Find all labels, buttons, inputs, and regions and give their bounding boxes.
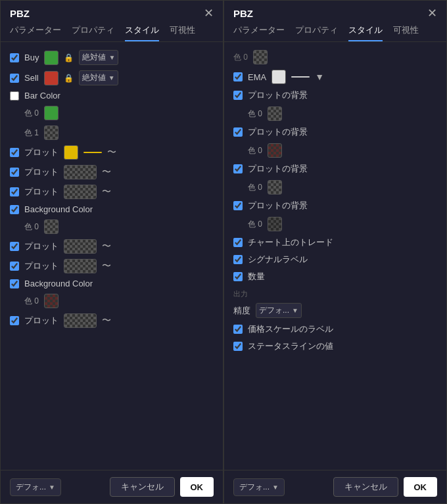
plot6-wave-icon[interactable]: 〜 [102, 315, 111, 327]
plot5-checkbox[interactable] [10, 262, 19, 271]
left-cancel-button[interactable]: キャンセル [110, 477, 175, 497]
left-tab-parameter[interactable]: パラメーター [10, 24, 61, 41]
bg-plot3-swatch[interactable] [268, 180, 282, 195]
bg-plot4-checkbox[interactable] [233, 201, 243, 210]
bg-plot4-swatch[interactable] [268, 217, 282, 231]
ema-dropdown-icon[interactable]: ▼ [315, 72, 324, 82]
plot4-color-swatch[interactable] [64, 239, 97, 254]
plot6-color-swatch[interactable] [64, 313, 97, 328]
precision-label: 精度 [233, 305, 250, 317]
bar-color-row: Bar Color [10, 88, 214, 103]
buy-color-swatch[interactable] [44, 51, 59, 65]
signal-checkbox[interactable] [233, 255, 243, 264]
right-ok-button[interactable]: OK [404, 477, 438, 497]
bg-color1-label: Background Color [24, 204, 93, 214]
plot1-row: プロット 〜 [10, 143, 214, 162]
bar-color-sub0-swatch[interactable] [44, 106, 59, 120]
right-tab-property[interactable]: プロパティ [295, 24, 338, 41]
bg-plot1-swatch[interactable] [268, 106, 282, 121]
lock-icon: 🔒 [64, 53, 74, 62]
plot1-checkbox[interactable] [10, 148, 19, 157]
buy-checkbox[interactable] [10, 53, 19, 62]
left-close-button[interactable]: ✕ [204, 7, 214, 19]
plot2-wave-icon[interactable]: 〜 [102, 166, 111, 178]
status-line-checkbox[interactable] [233, 342, 243, 351]
left-ok-button[interactable]: OK [180, 477, 214, 497]
bg-plot2-sub-label: 色 0 [248, 145, 262, 156]
sell-dropdown-arrow: ▼ [108, 74, 115, 81]
bg-plot1-checkbox[interactable] [233, 91, 243, 100]
ema-checkbox[interactable] [233, 72, 243, 81]
precision-row: 精度 デフォ... ▼ [233, 300, 437, 321]
right-cancel-button[interactable]: キャンセル [333, 477, 398, 497]
buy-dropdown-arrow: ▼ [108, 54, 115, 61]
plot2-label: プロット [24, 166, 59, 178]
plot1-dash [83, 152, 102, 153]
plot3-color-swatch[interactable] [64, 185, 97, 199]
bg-plot4-label: プロットの背景 [248, 200, 308, 212]
bar-color-checkbox[interactable] [10, 91, 19, 101]
status-line-label: ステータスラインの値 [248, 340, 333, 352]
bg-color2-sub0: 色 0 [10, 291, 214, 311]
bar-color-sub1-swatch[interactable] [44, 126, 59, 140]
plot5-color-swatch[interactable] [64, 259, 97, 273]
bg-plot2-row: プロットの背景 [233, 124, 437, 141]
bg-color1-checkbox[interactable] [10, 205, 19, 214]
right-tab-visibility[interactable]: 可視性 [393, 24, 419, 41]
sell-checkbox[interactable] [10, 74, 19, 83]
price-scale-row: 価格スケールのラベル [233, 321, 437, 338]
bg-color2-checkbox[interactable] [10, 279, 19, 288]
left-tab-property[interactable]: プロパティ [72, 24, 114, 41]
plot2-color-swatch[interactable] [64, 165, 97, 179]
bg-plot3-checkbox[interactable] [233, 164, 243, 173]
right-close-button[interactable]: ✕ [427, 7, 437, 19]
right-tab-parameter[interactable]: パラメーター [233, 24, 285, 41]
bg-plot4-row: プロットの背景 [233, 197, 437, 214]
trade-row: チャート上のトレード [233, 234, 437, 251]
bg-plot2-sub: 色 0 [233, 141, 437, 160]
bg-plot2-swatch[interactable] [268, 143, 282, 158]
left-tab-visibility[interactable]: 可視性 [170, 24, 195, 41]
bg-color1-sub0-swatch[interactable] [44, 219, 59, 234]
right-panel: PBZ ✕ パラメーター プロパティ スタイル 可視性 色 0 EMA ▼ プロ… [224, 0, 447, 504]
ema-row: EMA ▼ [233, 67, 437, 87]
bg-plot2-checkbox[interactable] [233, 127, 243, 137]
quantity-checkbox[interactable] [233, 272, 243, 281]
buy-row: Buy 🔒 絶対値 ▼ [10, 47, 214, 68]
ema-color-swatch[interactable] [271, 70, 286, 84]
sell-label: Sell [24, 73, 39, 83]
plot1-wave-icon[interactable]: 〜 [107, 147, 116, 158]
bg-color2-sub0-swatch[interactable] [44, 294, 59, 308]
right-default-select[interactable]: デフォ... ▼ [233, 478, 285, 496]
plot4-checkbox[interactable] [10, 242, 19, 251]
left-default-dropdown-arrow: ▼ [49, 484, 55, 491]
left-default-select[interactable]: デフォ... ▼ [10, 478, 61, 496]
bg-plot1-row: プロットの背景 [233, 87, 437, 104]
bg-color2-sub0-label: 色 0 [24, 296, 39, 307]
buy-select[interactable]: 絶対値 ▼ [79, 50, 118, 65]
plot6-row: プロット 〜 [10, 311, 214, 331]
precision-select[interactable]: デフォ... ▼ [256, 303, 302, 318]
bar-color-sub1-label: 色 1 [24, 127, 39, 139]
price-scale-label: 価格スケールのラベル [248, 323, 333, 335]
sell-color-swatch[interactable] [44, 71, 59, 85]
left-tab-style[interactable]: スタイル [125, 24, 159, 41]
bg-plot1-label: プロットの背景 [248, 89, 308, 101]
price-scale-checkbox[interactable] [233, 325, 243, 334]
plot1-color-swatch[interactable] [64, 145, 78, 160]
plot5-wave-icon[interactable]: 〜 [102, 260, 111, 272]
plot6-checkbox[interactable] [10, 316, 19, 325]
left-panel-title: PBZ [10, 8, 30, 19]
plot2-checkbox[interactable] [10, 168, 19, 177]
plot3-checkbox[interactable] [10, 187, 19, 196]
sell-select[interactable]: 絶対値 ▼ [79, 70, 118, 85]
top-note-swatch[interactable] [253, 50, 268, 64]
trade-checkbox[interactable] [233, 238, 243, 247]
sell-row: Sell 🔒 絶対値 ▼ [10, 68, 214, 88]
left-tabs: パラメーター プロパティ スタイル 可視性 [1, 19, 223, 42]
plot3-row: プロット 〜 [10, 182, 214, 202]
bg-plot4-sub-label: 色 0 [248, 219, 262, 230]
plot4-wave-icon[interactable]: 〜 [102, 241, 111, 252]
right-tab-style[interactable]: スタイル [348, 24, 383, 41]
plot3-wave-icon[interactable]: 〜 [102, 186, 111, 198]
